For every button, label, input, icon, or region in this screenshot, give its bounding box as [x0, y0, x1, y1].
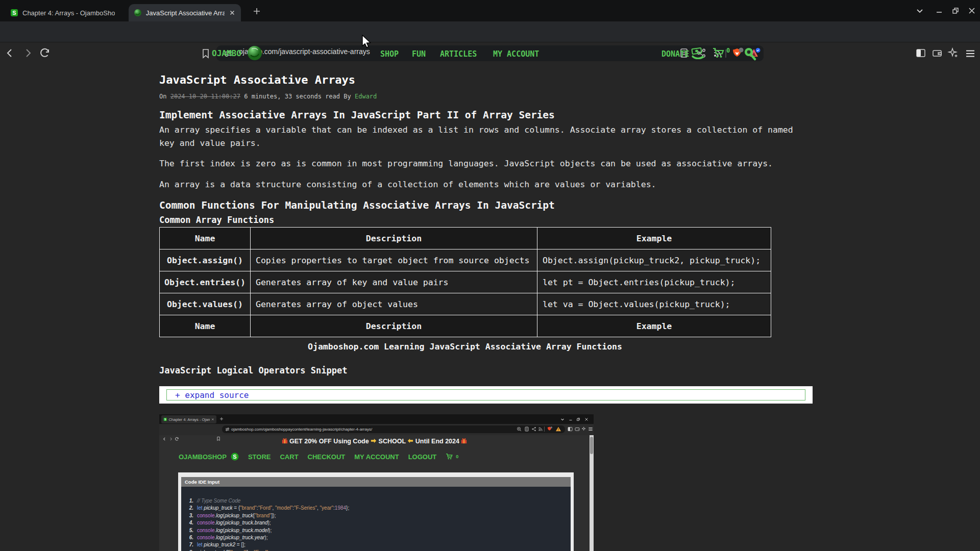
search-icon[interactable]	[742, 46, 757, 61]
col-header-example: Example	[537, 228, 771, 249]
reader-mode-icon	[524, 427, 529, 432]
sidebar-toggle-icon[interactable]	[916, 48, 926, 58]
embedded-nav-checkout: CHECKOUT	[308, 453, 346, 461]
expand-source-link[interactable]: + expand source	[175, 390, 249, 400]
minimize-icon	[569, 417, 573, 421]
article-meta: On 2024-10-20 11:00:27 6 minutes, 33 sec…	[159, 93, 377, 100]
tab-ojamboshop-chapter4[interactable]: S Chapter 4: Arrays - OjamboSho	[5, 4, 122, 21]
shield-icon	[547, 426, 553, 432]
embedded-brand: OJAMBOSHOP	[179, 453, 227, 461]
col-footer-example: Example	[537, 315, 771, 337]
nav-item-shop[interactable]: SHOP	[380, 49, 399, 59]
col-footer-name: Name	[160, 315, 251, 337]
warning-triangle-icon	[555, 426, 561, 432]
ojambo-favicon-icon	[134, 9, 142, 17]
cell-description: Copies properties to target object from …	[251, 249, 537, 271]
close-tab-icon[interactable]	[229, 9, 236, 16]
sidebar-toggle-icon	[568, 427, 573, 432]
heading-common-array-functions: Common Array Functions	[159, 215, 274, 225]
table-row: Object.values() Generates array of objec…	[160, 293, 771, 315]
window-minimize-button[interactable]	[934, 6, 944, 16]
code-line: 6.console.log(pickup_truck.year);	[181, 535, 571, 542]
window-restore-button[interactable]	[950, 6, 961, 16]
reading-list-bookmark-icon[interactable]	[201, 48, 210, 59]
wallet-icon[interactable]	[932, 48, 942, 58]
code-snippet-container: + expand source	[159, 386, 813, 404]
tab-title: Chapter 4: Arrays - OjamboSho	[22, 9, 115, 17]
code-line: 2.let pickup_truck = {"brand":"Ford", "m…	[181, 505, 571, 512]
new-tab-button[interactable]	[252, 6, 262, 16]
embedded-scrollbar-thumb	[590, 437, 593, 454]
nav-item-donate[interactable]: DONATE	[662, 49, 689, 59]
code-line: 7.let pickup_truck2 = [];	[181, 542, 571, 549]
embedded-ide-title: Code IDE Input	[185, 479, 219, 485]
cart-icon[interactable]	[713, 47, 726, 59]
cell-example: Object.assign(pickup_truck2, pickup_truc…	[537, 249, 771, 271]
cart-icon	[446, 453, 454, 460]
embedded-nav-cart: CART	[280, 453, 298, 461]
embedded-url-text: ojamboshop.com/ojamboshoppaycontent/lear…	[231, 427, 372, 432]
tab-javascript-associative-arrays[interactable]: JavaScript Associative Array	[129, 4, 241, 21]
meta-prefix: On	[159, 93, 166, 100]
paragraph-1: An array specifies a variable that can b…	[159, 123, 802, 150]
meta-read-time: 6 minutes, 33 seconds read By	[244, 93, 351, 100]
heading-implement: Implement Associative Arrays In JavaScri…	[159, 109, 555, 121]
cell-description: Generates array of object values	[251, 293, 537, 315]
menu-hamburger-icon[interactable]	[965, 48, 976, 59]
tab-search-chevron-icon[interactable]	[915, 6, 925, 16]
reload-button[interactable]	[39, 47, 51, 59]
hamburger-icon	[588, 427, 593, 432]
table-footer-row: Name Description Example	[160, 315, 771, 337]
expand-source-box[interactable]: + expand source	[166, 389, 805, 400]
site-brand-ojambo[interactable]: OJAMBO	[212, 48, 241, 58]
mouse-cursor	[361, 35, 372, 49]
ojambo-logo-icon[interactable]	[247, 45, 263, 61]
nav-item-my-account[interactable]: MY ACCOUNT	[493, 49, 539, 59]
zoom-icon	[517, 427, 522, 432]
embedded-tab-strip: S Chapter 4: Arrays - Ojamb	[159, 414, 594, 424]
forward-button[interactable]	[21, 47, 34, 59]
cell-example: let pt = Object.entries(pickup_truck);	[537, 271, 771, 293]
heading-snippet: JavaScript Logical Operators Snippet	[159, 365, 347, 375]
gift-icon	[461, 438, 467, 444]
embedded-nav-store: STORE	[248, 453, 271, 461]
point-left-icon	[407, 438, 413, 444]
code-line: 1.// Type Some Code	[181, 498, 571, 505]
window-close-button[interactable]	[967, 6, 977, 16]
tab-title: JavaScript Associative Array	[146, 9, 225, 17]
back-button[interactable]	[4, 47, 16, 59]
ojamboshop-favicon-icon: S	[163, 417, 167, 421]
code-line: 3.console.log(pickup_truck["brand"]);	[181, 513, 571, 520]
cell-description: Generates array of key and value pairs	[251, 271, 537, 293]
paragraph-2: The first index is zero as is common in …	[159, 157, 802, 170]
browser-window: S Chapter 4: Arrays - OjamboSho JavaScri…	[0, 0, 980, 551]
svg-text:S: S	[12, 10, 16, 16]
banner-text-left: GET 20% OFF Using Code	[289, 438, 369, 445]
ojamboshop-logo-icon: S	[231, 453, 239, 461]
browser-toolbar: ojambo.com/javascript-associative-arrays	[0, 21, 980, 42]
cart-count-badge[interactable]: 0	[726, 47, 730, 54]
col-header-name: Name	[160, 228, 251, 249]
donate-hand-money-icon[interactable]	[690, 47, 705, 59]
paragraph-3: An array is a data structure consisting …	[159, 178, 802, 191]
functions-table: Name Description Example Object.assign()…	[159, 227, 771, 337]
sparkle-icon	[581, 427, 586, 432]
share-icon	[531, 427, 536, 432]
table-row: Object.entries() Generates array of key …	[160, 271, 771, 293]
new-tab-icon	[219, 417, 224, 421]
cell-name: Object.entries()	[160, 271, 251, 293]
nav-item-fun[interactable]: FUN	[412, 49, 426, 59]
nav-item-articles[interactable]: ARTICLES	[440, 49, 477, 59]
ojamboshop-favicon-icon: S	[10, 9, 18, 17]
leo-ai-sparkle-icon[interactable]	[947, 47, 959, 59]
embedded-promo-banner: GET 20% OFF Using Code SCHOOL Until End …	[159, 438, 590, 445]
embedded-cart-count: 0	[456, 454, 458, 459]
embedded-code-editor: 1.// Type Some Code2.let pickup_truck = …	[181, 487, 571, 551]
author-link[interactable]: Edward	[355, 93, 377, 100]
point-right-icon	[371, 438, 377, 444]
embedded-ide-header: Code IDE Input	[181, 477, 571, 487]
tune-icon	[225, 427, 230, 432]
restore-icon	[576, 417, 580, 421]
page-title: JavaScript Associative Arrays	[159, 73, 355, 86]
table-caption: Ojamboshop.com Learning JavaScript Assoc…	[159, 342, 771, 352]
